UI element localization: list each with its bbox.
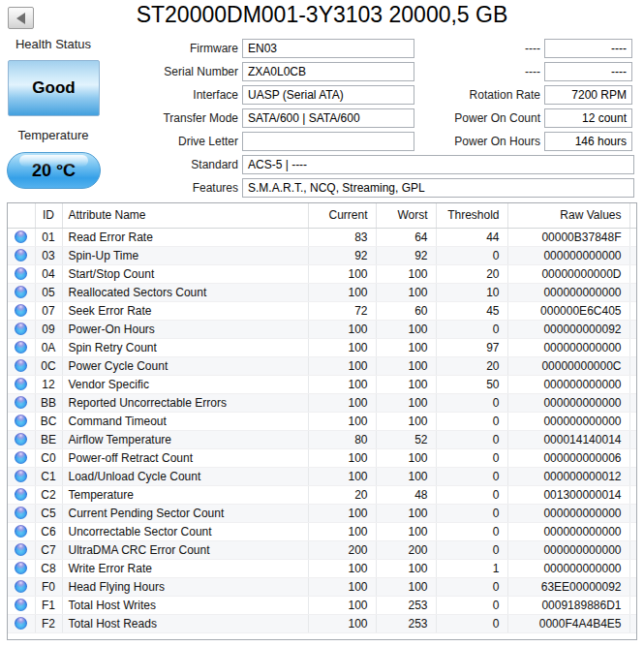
health-status-label: Health Status — [0, 37, 107, 51]
smart-attribute-row[interactable]: C2Temperature20480001300000014 — [8, 485, 636, 504]
cell-worst: 253 — [376, 596, 436, 614]
cell-name: Write Error Rate — [62, 559, 308, 577]
cell-name: Vendor Specific — [62, 375, 308, 393]
status-orb-icon — [15, 286, 27, 298]
cell-threshold: 0 — [436, 614, 507, 632]
field-value-box[interactable]: ---- — [544, 39, 632, 58]
smart-attribute-row[interactable]: 09Power-On Hours1001000000000000092 — [8, 320, 636, 338]
field-value-box[interactable]: 12 count — [544, 108, 632, 128]
smart-attribute-row[interactable]: 03Spin-Up Time92920000000000000 — [8, 246, 636, 264]
cell-raw: 00000B37848F — [507, 228, 629, 246]
cell-current: 100 — [308, 412, 376, 430]
cell-worst: 100 — [376, 577, 436, 596]
field-label: Drive Letter — [107, 135, 242, 148]
field-value-box[interactable]: EN03 — [242, 39, 414, 58]
cell-filler — [629, 412, 636, 430]
smart-attribute-row[interactable]: 0CPower Cycle Count1001002000000000000C — [8, 356, 636, 375]
field-label: Standard — [107, 158, 242, 171]
cell-id: 07 — [35, 301, 62, 320]
smart-attribute-row[interactable]: C0Power-off Retract Count100100000000000… — [8, 448, 636, 467]
cell-current: 100 — [308, 467, 376, 485]
cell-worst: 100 — [376, 559, 436, 577]
smart-attribute-row[interactable]: C5Current Pending Sector Count1001000000… — [8, 504, 636, 522]
cell-filler — [629, 596, 636, 614]
cell-raw: 00000000000C — [507, 356, 629, 375]
field-value-box[interactable]: ZXA0L0CB — [242, 62, 414, 81]
column-header-status[interactable] — [8, 203, 35, 228]
health-status-good-button[interactable]: Good — [8, 60, 100, 116]
smart-attribute-row[interactable]: C6Uncorrectable Sector Count100100000000… — [8, 522, 636, 540]
column-header-threshold[interactable]: Threshold — [436, 203, 507, 228]
column-header-id[interactable]: ID — [35, 203, 62, 228]
smart-attribute-row[interactable]: F0Head Flying Hours100100063EE00000092 — [8, 577, 636, 596]
smart-attribute-row[interactable]: C7UltraDMA CRC Error Count20020000000000… — [8, 540, 636, 559]
status-cell — [8, 356, 35, 375]
cell-worst: 92 — [376, 246, 436, 264]
field-value-box[interactable]: S.M.A.R.T., NCQ, Streaming, GPL — [242, 178, 634, 198]
field-label: ---- — [426, 65, 544, 78]
field-value-box[interactable]: ACS-5 | ---- — [242, 155, 634, 174]
temperature-value-button[interactable]: 20 °C — [7, 152, 101, 189]
cell-threshold: 0 — [436, 393, 507, 412]
cell-name: Start/Stop Count — [62, 264, 308, 283]
smart-attribute-row[interactable]: BCCommand Timeout1001000000000000000 — [8, 412, 636, 430]
cell-filler — [629, 246, 636, 264]
cell-current: 100 — [308, 504, 376, 522]
field-value-box[interactable] — [242, 132, 414, 151]
field-row: Power On Hours146 hours — [426, 132, 632, 151]
cell-filler — [629, 540, 636, 559]
smart-attribute-row[interactable]: C1Load/Unload Cycle Count100100000000000… — [8, 467, 636, 485]
field-label: Features — [107, 181, 242, 195]
cell-name: Current Pending Sector Count — [62, 504, 308, 522]
smart-attribute-row[interactable]: 12Vendor Specific10010050000000000000 — [8, 375, 636, 393]
field-value-box[interactable]: 146 hours — [544, 132, 632, 151]
smart-attribute-row[interactable]: C8Write Error Rate1001001000000000000 — [8, 559, 636, 577]
smart-attribute-row[interactable]: BEAirflow Temperature80520000014140014 — [8, 430, 636, 448]
cell-raw: 001300000014 — [507, 485, 629, 504]
status-orb-icon — [15, 415, 27, 427]
smart-attribute-row[interactable]: 07Seek Error Rate726045000000E6C405 — [8, 301, 636, 320]
smart-attribute-row[interactable]: F2Total Host Reads10025300000F4A4B4E5 — [8, 614, 636, 632]
smart-attribute-row[interactable]: F1Total Host Writes10025300009189886D1 — [8, 596, 636, 614]
field-label: Interface — [107, 88, 242, 102]
smart-attribute-row[interactable]: 01Read Error Rate83644400000B37848F — [8, 228, 636, 246]
cell-worst: 100 — [376, 356, 436, 375]
status-cell — [8, 430, 35, 448]
cell-id: C7 — [35, 540, 62, 559]
cell-current: 20 — [308, 485, 376, 504]
cell-raw: 000000000000 — [507, 338, 629, 356]
cell-name: Spin Retry Count — [62, 338, 308, 356]
column-header-worst[interactable]: Worst — [376, 203, 436, 228]
status-orb-icon — [15, 488, 27, 501]
cell-name: Total Host Writes — [62, 596, 308, 614]
cell-id: 04 — [35, 264, 62, 283]
smart-attribute-row[interactable]: 05Reallocated Sectors Count1001001000000… — [8, 283, 636, 301]
cell-current: 100 — [308, 596, 376, 614]
cell-threshold: 20 — [436, 264, 507, 283]
cell-worst: 100 — [376, 375, 436, 393]
cell-current: 100 — [308, 320, 376, 338]
column-header-attribute-name[interactable]: Attribute Name — [62, 203, 308, 228]
field-value-box[interactable]: 7200 RPM — [544, 85, 632, 105]
column-header-raw-values[interactable]: Raw Values — [507, 203, 629, 228]
status-cell — [8, 485, 35, 504]
field-value-box[interactable]: SATA/600 | SATA/600 — [242, 108, 414, 128]
smart-attribute-row[interactable]: BBReported Uncorrectable Errors100100000… — [8, 393, 636, 412]
cell-raw: 000000000000 — [507, 246, 629, 264]
field-row: -------- — [426, 39, 632, 58]
status-cell — [8, 338, 35, 356]
cell-current: 200 — [308, 540, 376, 559]
field-label: ---- — [426, 42, 544, 55]
smart-attribute-row[interactable]: 04Start/Stop Count1001002000000000000D — [8, 264, 636, 283]
smart-attribute-row[interactable]: 0ASpin Retry Count10010097000000000000 — [8, 338, 636, 356]
cell-filler — [629, 467, 636, 485]
cell-id: C2 — [35, 485, 62, 504]
cell-id: 0C — [35, 356, 62, 375]
cell-threshold: 45 — [436, 301, 507, 320]
field-value-box[interactable]: UASP (Serial ATA) — [242, 85, 414, 105]
field-value-box[interactable]: ---- — [544, 62, 632, 81]
column-header-current[interactable]: Current — [308, 203, 376, 228]
field-label: Power On Hours — [426, 135, 544, 148]
cell-worst: 52 — [376, 430, 436, 448]
status-orb-icon — [15, 433, 27, 446]
